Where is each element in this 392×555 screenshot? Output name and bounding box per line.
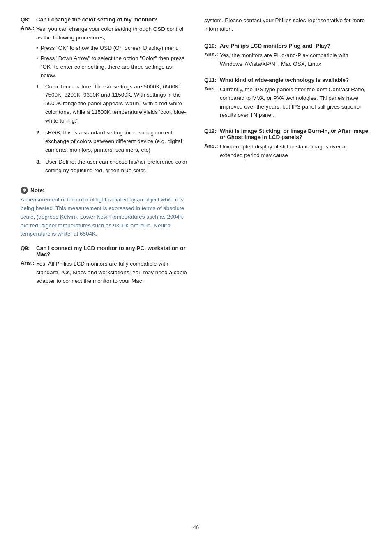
note-title-text: Note: [30,187,45,193]
q12-question-row: Q12: What is Image Sticking, or Image Bu… [204,128,371,140]
q12-label: Q12: [204,128,220,140]
q10-label: Q10: [204,43,220,49]
q12-answer-row: Ans.: Uninterrupted display of still or … [204,143,371,160]
right-column: system. Please contact your Philips sale… [204,16,371,512]
q8-answer-body: Yes, you can change your color setting t… [36,25,188,178]
q9-question-row: Q9: Can I connect my LCD monitor to any … [21,245,188,257]
two-column-layout: Q8: Can I change the color setting of my… [21,16,371,512]
q12-question: What is Image Sticking, or Image Burn-in… [220,128,371,140]
q8-num-text-1: Color Temperature; The six settings are … [45,83,188,126]
note-icon: ⊕ [21,187,28,194]
q8-question: Can I change the color setting of my mon… [36,16,157,23]
q11-ans-label: Ans.: [204,86,220,120]
note-text: A measurement of the color of light radi… [21,196,188,239]
q8-block: Q8: Can I change the color setting of my… [21,16,188,178]
q10-block: Q10: Are Philips LCD monitors Plug-and- … [204,43,371,69]
q12-ans-label: Ans.: [204,143,220,160]
q8-cont-text: system. Please contact your Philips sale… [204,16,371,34]
page: Q8: Can I change the color setting of my… [0,0,392,555]
q8-bullet-1: Press "OK" to show the OSD (On Screen Di… [36,44,188,53]
q8-num-2: 2. sRGB; this is a standard setting for … [36,129,188,155]
q11-label: Q11: [204,77,220,83]
q11-block: Q11: What kind of wide-angle technology … [204,77,371,120]
q9-label: Q9: [21,245,36,257]
q8-question-row: Q8: Can I change the color setting of my… [21,16,188,23]
q8-label: Q8: [21,16,36,23]
q12-block: Q12: What is Image Sticking, or Image Bu… [204,128,371,160]
q9-question: Can I connect my LCD monitor to any PC, … [36,245,188,257]
q11-question: What kind of wide-angle technology is av… [220,77,349,83]
q11-answer: Currently, the IPS type panels offer the… [220,86,371,120]
q8-num-text-2: sRGB; this is a standard setting for ens… [45,129,188,155]
q12-answer: Uninterrupted display of still or static… [220,143,371,160]
q10-answer: Yes, the monitors are Plug-and-Play comp… [220,51,371,69]
q10-ans-label: Ans.: [204,51,220,69]
q8-num-1: 1. Color Temperature; The six settings a… [36,83,188,126]
q8-num-text-3: User Define; the user can choose his/her… [45,158,188,175]
q8-ans-label: Ans.: [21,25,36,178]
q10-question-row: Q10: Are Philips LCD monitors Plug-and- … [204,43,371,49]
q9-block: Q9: Can I connect my LCD monitor to any … [21,245,188,286]
q8-bullet-2: Press "Down Arrow" to select the option … [36,54,188,80]
q8-answer-row: Ans.: Yes, you can change your color set… [21,25,188,178]
q10-answer-row: Ans.: Yes, the monitors are Plug-and-Pla… [204,51,371,69]
page-number: 46 [21,524,371,530]
note-title-row: ⊕ Note: [21,187,188,194]
q9-answer-row: Ans.: Yes. All Philips LCD monitors are … [21,260,188,286]
q8-num-3: 3. User Define; the user can choose his/… [36,158,188,175]
note-block: ⊕ Note: A measurement of the color of li… [21,187,188,239]
q9-ans-label: Ans.: [21,260,36,286]
q8-num-label-2: 2. [36,129,45,155]
q8-numbered-list: 1. Color Temperature; The six settings a… [36,83,188,175]
q11-answer-row: Ans.: Currently, the IPS type panels off… [204,86,371,120]
q11-question-row: Q11: What kind of wide-angle technology … [204,77,371,83]
q8-answer-intro: Yes, you can change your color setting t… [36,25,188,42]
left-column: Q8: Can I change the color setting of my… [21,16,188,512]
q10-question: Are Philips LCD monitors Plug-and- Play? [220,43,330,49]
q8-num-label-3: 3. [36,158,45,175]
q8-cont-block: system. Please contact your Philips sale… [204,16,371,34]
q8-num-label-1: 1. [36,83,45,126]
q9-answer: Yes. All Philips LCD monitors are fully … [36,260,188,286]
q8-bullet-list: Press "OK" to show the OSD (On Screen Di… [36,44,188,80]
